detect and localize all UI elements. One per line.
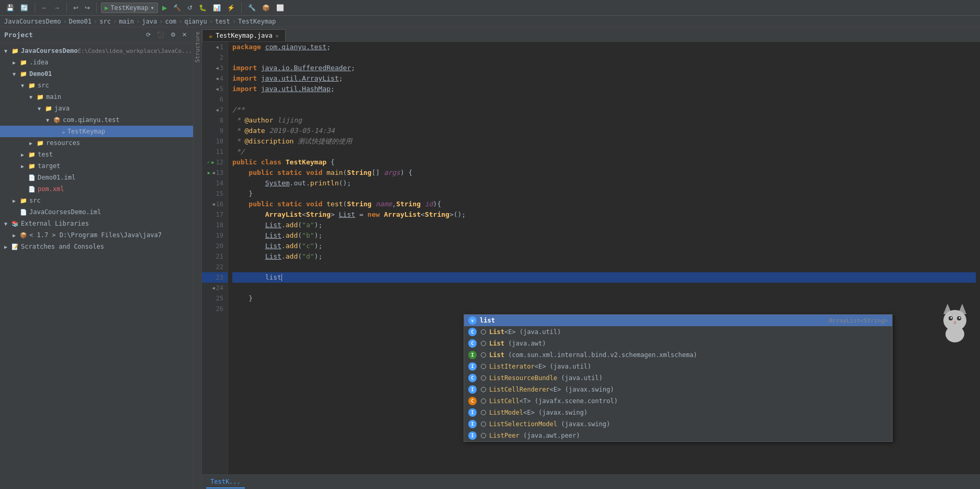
breadcrumb-item[interactable]: JavaCoursesDemo (4, 18, 61, 25)
tree-item-javacoursesdemo-iml[interactable]: 📄 JavaCoursesDemo.iml (0, 206, 193, 218)
coverage-button[interactable]: 📊 (211, 3, 223, 13)
sync-button[interactable]: 🔄 (18, 3, 30, 13)
tree-arrow: ▶ (29, 140, 37, 146)
cat-svg (938, 298, 975, 346)
autocomplete-item-listpeer[interactable]: I ListPeer (java.awt.peer) (464, 430, 892, 441)
autocomplete-item-list-awt[interactable]: C List (java.awt) (464, 338, 892, 349)
tree-item-java7[interactable]: ▶ 📦 < 1.7 > D:\Program Files\Java\java7 (0, 229, 193, 241)
bottom-tab-testkeymap[interactable]: TestK... (206, 476, 245, 488)
close-tab-icon[interactable]: ✕ (276, 33, 279, 39)
autocomplete-item-listcellrenderer[interactable]: I ListCellRenderer<E> (javax.swing) (464, 384, 892, 395)
autocomplete-item-listresourcebundle[interactable]: C ListResourceBundle (java.util) (464, 372, 892, 384)
breadcrumb-item[interactable]: test (215, 18, 230, 25)
code-line-11: */ (232, 147, 976, 157)
tools-button[interactable]: 🔧 (246, 3, 258, 13)
tree-arrow: ▼ (38, 106, 45, 112)
redo-button[interactable]: ↪ (83, 3, 92, 13)
line-num-24: ◀24 (202, 283, 228, 293)
back-button[interactable]: ← (39, 3, 50, 13)
tree-item-main[interactable]: ▼ 📁 main (0, 91, 193, 103)
build-button[interactable]: 🔨 (171, 3, 183, 13)
tree-item-src2[interactable]: ▶ 📁 src (0, 195, 193, 206)
breadcrumb-item[interactable]: com (165, 18, 176, 25)
line-numbers: ◀1 2 ◀3 ◀4 ◀5 6 ◀7 8 9 10 11 ✓▶12 ▶◀13 1… (202, 42, 228, 474)
code-line-21: List.add("d"); (232, 251, 976, 262)
git-button[interactable]: 📦 (260, 3, 272, 13)
tree-arrow: ▼ (4, 48, 12, 54)
autocomplete-item-listiterator[interactable]: I ListIterator<E> (java.util) (464, 361, 892, 372)
java-icon: ☕ (209, 32, 212, 39)
tree-item-resources[interactable]: ▶ 📁 resources (0, 137, 193, 149)
tree-item-demo01-iml[interactable]: 📄 Demo01.iml (0, 172, 193, 183)
tree-item-label: main (46, 93, 61, 101)
ac-item-label: ListCell<T> (javafx.scene.control) (489, 397, 618, 405)
autocomplete-item-list-sun[interactable]: I List (com.sun.xml.internal.bind.v2.sch… (464, 349, 892, 361)
tree-item-test[interactable]: ▶ 📁 test (0, 149, 193, 160)
run-config-dropdown[interactable]: ▶ TestKeymap ▾ (101, 3, 158, 13)
gear-icon[interactable]: ⚙ (168, 30, 178, 39)
undo-button[interactable]: ↩ (71, 3, 81, 13)
tree-item-root[interactable]: ▼ 📁 JavaCoursesDemo E:\Codes\idea_workpl… (0, 45, 193, 57)
tree-item-java[interactable]: ▼ 📁 java (0, 103, 193, 114)
code-line-17: ArrayList<String> List = new ArrayList<S… (232, 209, 976, 220)
breadcrumb-separator: › (159, 18, 163, 25)
class-icon: C (468, 397, 477, 405)
ac-item-label: ListModel<E> (javax.swing) (489, 409, 588, 416)
cat-widget (938, 298, 975, 346)
forward-button[interactable]: → (52, 3, 62, 13)
breadcrumb-item[interactable]: java (142, 18, 157, 25)
code-editor[interactable]: ◀1 2 ◀3 ◀4 ◀5 6 ◀7 8 9 10 11 ✓▶12 ▶◀13 1… (202, 42, 980, 474)
tree-item-external-libraries[interactable]: ▼ 📚 External Libraries (0, 218, 193, 229)
save-button[interactable]: 💾 (4, 3, 16, 13)
editor-tab-testkeymap[interactable]: ☕ TestKeymap.java ✕ (202, 29, 286, 41)
tree-item-src[interactable]: ▼ 📁 src (0, 80, 193, 91)
tree-item-label: TestKeymap (67, 128, 105, 135)
line-num-6: 6 (202, 94, 228, 105)
tree-arrow: ▶ (13, 60, 20, 65)
inner-icon (481, 341, 486, 346)
breadcrumb-item[interactable]: src (99, 18, 111, 25)
autocomplete-item-list-var[interactable]: v list ArrayList<String> (464, 315, 892, 326)
tree-item-testkeymap[interactable]: ☕ TestKeymap (0, 126, 193, 137)
reload-button[interactable]: ↺ (185, 3, 195, 13)
profiler-button[interactable]: ⚡ (225, 3, 237, 13)
tree-item-scratches[interactable]: ▶ 📝 Scratches and Consoles (0, 241, 193, 252)
tree-arrow: ▼ (13, 71, 20, 77)
close-sidebar-button[interactable]: ✕ (180, 30, 189, 39)
autocomplete-item-list-util[interactable]: C List<E> (java.util) (464, 326, 892, 338)
ac-item-label: List<E> (java.util) (489, 328, 561, 336)
breadcrumb-item[interactable]: Demo01 (69, 18, 92, 25)
breadcrumb-item[interactable]: main (119, 18, 134, 25)
ac-item-label: ListResourceBundle (java.util) (489, 374, 603, 382)
line-num-21: 21 (202, 251, 228, 262)
code-line-14: System.out.println(); (232, 178, 976, 188)
separator (241, 3, 242, 13)
xml-file-icon: 📄 (28, 186, 36, 193)
breadcrumb-item[interactable]: qianyu (184, 18, 207, 25)
autocomplete-item-listmodel[interactable]: I ListModel<E> (javax.swing) (464, 407, 892, 418)
line-num-15: 15 (202, 188, 228, 199)
tree-item-demo01[interactable]: ▼ 📁 Demo01 (0, 68, 193, 80)
code-line-19: List.add("b"); (232, 230, 976, 241)
autocomplete-item-listselectionmodel[interactable]: I ListSelectionModel (javax.swing) (464, 418, 892, 430)
breadcrumb-item[interactable]: TestKeymap (238, 18, 276, 25)
tree-item-pom-xml[interactable]: 📄 pom.xml (0, 183, 193, 195)
tree-item-idea[interactable]: ▶ 📁 .idea (0, 57, 193, 68)
run-button[interactable]: ▶ (160, 3, 169, 13)
collapse-all-button[interactable]: ⬛ (155, 30, 166, 39)
code-line-22 (232, 262, 976, 272)
tree-item-com-qianyu-test[interactable]: ▼ 📦 com.qianyu.test (0, 114, 193, 126)
tree-item-label: Scratches and Consoles (21, 243, 104, 250)
debug-button[interactable]: 🐛 (197, 3, 209, 13)
line-num-1: ◀1 (202, 42, 228, 52)
terminal-button[interactable]: ⬜ (274, 3, 286, 13)
tree-item-label: < 1.7 > D:\Program Files\Java\java7 (29, 231, 162, 239)
separator (35, 3, 35, 13)
sidebar-header: Project ⟳ ⬛ ⚙ ✕ (0, 27, 193, 43)
class-icon: C (468, 339, 477, 348)
folder-icon: 📁 (37, 140, 44, 147)
svg-point-7 (954, 321, 956, 323)
tree-item-target[interactable]: ▶ 📁 target (0, 160, 193, 172)
sync-sidebar-button[interactable]: ⟳ (144, 30, 153, 39)
autocomplete-item-listcell[interactable]: C ListCell<T> (javafx.scene.control) (464, 395, 892, 407)
